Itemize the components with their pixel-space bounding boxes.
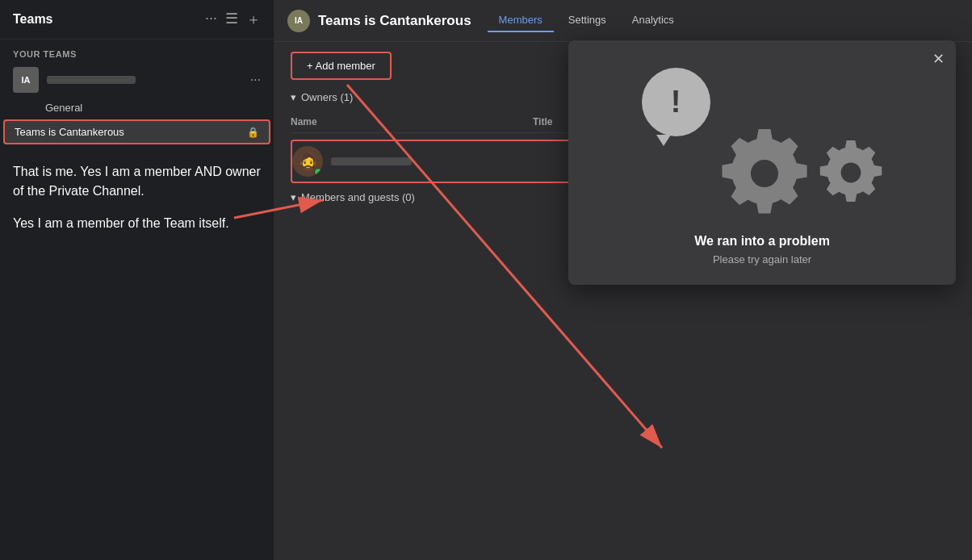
annotation-area: That is me. Yes I am a member AND owner … <box>0 146 274 249</box>
gear-small-area <box>819 140 883 208</box>
main-area: IA Teams is Cantankerous Members Setting… <box>274 0 972 560</box>
topbar-title: Teams is Cantankerous <box>318 13 471 29</box>
sidebar: Teams ··· ☰ ＋ Your teams IA ··· General … <box>0 0 274 560</box>
lock-icon: 🔒 <box>247 127 259 138</box>
tab-members[interactable]: Members <box>488 9 554 32</box>
tab-settings[interactable]: Settings <box>557 9 618 32</box>
chevron-down-icon: ▾ <box>291 91 296 103</box>
team-name-bar <box>47 76 136 84</box>
error-title: We ran into a problem <box>588 234 936 249</box>
channel-general[interactable]: General <box>0 98 274 118</box>
error-visual: ! <box>588 60 936 221</box>
add-member-button[interactable]: + Add member <box>291 52 392 80</box>
gear-small-icon <box>819 140 883 205</box>
sidebar-title: Teams <box>13 12 53 27</box>
members-guests-label: Members and guests (0) <box>301 191 415 203</box>
ellipsis-icon[interactable]: ··· <box>205 10 217 29</box>
chevron-down-icon-2: ▾ <box>291 191 296 203</box>
owners-label: Owners (1) <box>301 91 353 103</box>
team-avatar: IA <box>13 67 39 93</box>
member-info: 🧔 <box>292 146 534 177</box>
team-more-icon[interactable]: ··· <box>250 73 261 87</box>
exclamation-mark: ! <box>671 85 681 119</box>
member-name-redacted <box>331 157 412 165</box>
online-status-dot <box>314 168 322 176</box>
filter-icon[interactable]: ☰ <box>225 10 238 29</box>
sidebar-header: Teams ··· ☰ ＋ <box>0 0 274 40</box>
team-item[interactable]: IA ··· <box>3 62 270 98</box>
team-name-area <box>47 76 250 84</box>
active-team-item[interactable]: Teams is Cantankerous 🔒 <box>3 119 270 144</box>
error-dialog: ✕ ! <box>568 40 956 285</box>
member-avatar: 🧔 <box>292 146 323 177</box>
gear-large-area <box>720 129 809 221</box>
gear-large-icon <box>720 129 809 218</box>
top-bar: IA Teams is Cantankerous Members Setting… <box>274 0 972 42</box>
tab-analytics[interactable]: Analytics <box>621 9 685 32</box>
speech-bubble-area: ! <box>642 68 710 136</box>
team-icon-circle: IA <box>287 10 310 32</box>
error-subtitle: Please try again later <box>588 253 936 265</box>
col-name: Name <box>291 116 533 127</box>
your-teams-label: Your teams <box>0 40 274 62</box>
annotation-text-1: That is me. Yes I am a member AND owner … <box>13 162 261 201</box>
annotation-text-2: Yes I am a member of the Team itself. <box>13 214 261 233</box>
add-team-icon[interactable]: ＋ <box>246 10 261 29</box>
speech-bubble: ! <box>642 68 710 136</box>
bubble-tail <box>656 135 671 146</box>
sidebar-action-icons: ··· ☰ ＋ <box>205 10 261 29</box>
topbar-tabs: Members Settings Analytics <box>488 9 685 32</box>
active-team-name: Teams is Cantankerous <box>15 126 244 138</box>
